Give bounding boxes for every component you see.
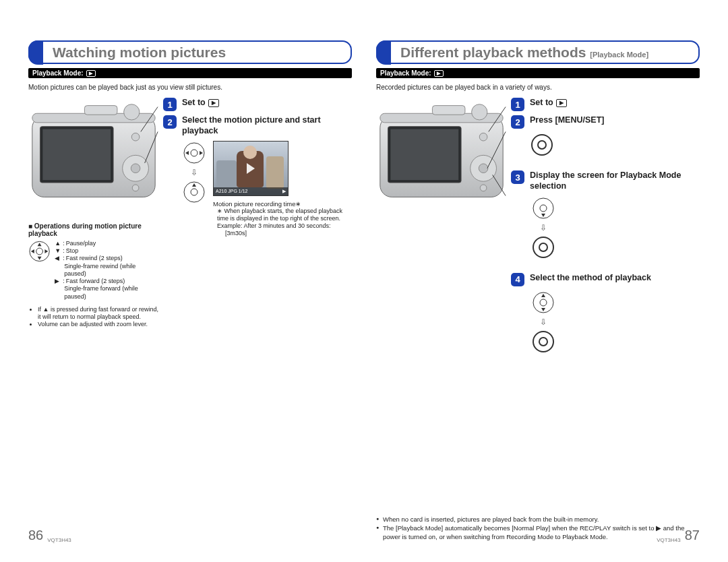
rec-time-label: Motion picture recording time∗	[213, 200, 352, 208]
nav-diagram: ⇩	[530, 196, 557, 259]
svg-point-32	[479, 164, 488, 173]
step-1: 1 Set to ▶	[511, 98, 700, 111]
step-3: 3 Display the screen for Playback Mode s…	[511, 170, 700, 191]
svg-point-43	[533, 237, 553, 257]
steps-column: 1 Set to ▶ 2 Select the motion picture a…	[163, 98, 352, 328]
step-badge-4: 4	[511, 273, 524, 286]
svg-point-34	[480, 185, 487, 191]
arrow-down-icon: ⇩	[540, 317, 547, 327]
page-title: Watching motion pictures	[30, 43, 351, 61]
content-row: ■ Operations during motion picture playb…	[28, 98, 352, 328]
svg-marker-14	[38, 243, 42, 246]
op-up: Pause/play	[66, 240, 96, 247]
mode-label: Playback Mode:	[380, 69, 431, 77]
camera-illustration	[376, 98, 507, 216]
operation-notes: If ▲ is pressed during fast forward or r…	[28, 306, 159, 329]
svg-marker-42	[541, 214, 545, 217]
svg-marker-21	[200, 151, 203, 155]
step-badge-2: 2	[163, 115, 177, 129]
operations-title: ■ Operations during motion picture playb…	[28, 222, 159, 237]
svg-rect-27	[432, 106, 464, 115]
recording-time-note: Motion picture recording time∗ ∗ When pl…	[213, 200, 352, 238]
playback-icon: ▶	[434, 70, 444, 77]
svg-point-50	[539, 338, 547, 346]
intro-text: Recorded pictures can be played back in …	[376, 84, 700, 91]
operations-list: ▲:Pause/play ▼:Stop ◀:Fast rewind (2 ste…	[55, 240, 159, 301]
svg-point-13	[36, 248, 43, 255]
page-title: Different playback methods [Playback Mod…	[377, 43, 698, 61]
op-down: Stop	[66, 247, 79, 255]
svg-point-49	[533, 332, 553, 352]
svg-rect-30	[390, 129, 458, 181]
svg-point-7	[131, 164, 140, 173]
menu-set-button-icon	[531, 330, 555, 354]
nav-diagram: ⇩	[530, 290, 557, 354]
svg-point-46	[540, 299, 547, 306]
step-1: 1 Set to ▶	[163, 98, 352, 111]
camera-column: ■ Operations during motion picture playb…	[28, 98, 159, 328]
svg-point-44	[539, 243, 547, 251]
op-left-2: Single-frame rewind (while paused)	[64, 263, 159, 278]
dpad-down-icon	[531, 196, 555, 220]
svg-point-39	[538, 141, 546, 149]
step-2-body	[530, 133, 700, 157]
svg-point-3	[124, 104, 140, 120]
camera-column	[376, 98, 507, 353]
op-right-1: Fast forward (2 steps)	[66, 278, 125, 285]
step-badge-3: 3	[511, 170, 524, 184]
rec-time-note-1: ∗ When playback starts, the elapsed play…	[217, 208, 352, 223]
svg-marker-20	[185, 151, 189, 155]
note-2: Volume can be adjusted with zoom lever.	[38, 321, 159, 328]
nav-diagram: ⇩	[182, 141, 206, 204]
mode-label: Playback Mode:	[32, 69, 84, 77]
step-4: 4 Select the method of playback	[511, 273, 700, 286]
svg-rect-5	[42, 129, 111, 181]
playback-icon: ▶	[86, 70, 96, 77]
note-1: If ▲ is pressed during fast forward or r…	[38, 306, 159, 321]
svg-point-28	[472, 104, 487, 120]
step-2-text: Select the motion picture and start play…	[182, 115, 352, 136]
svg-marker-17	[44, 249, 48, 253]
page-right: Different playback methods [Playback Mod…	[376, 40, 700, 542]
section-header-right: Different playback methods [Playback Mod…	[376, 40, 700, 64]
footnotes: When no card is inserted, pictures are p…	[376, 503, 700, 542]
svg-rect-2	[84, 106, 117, 115]
svg-point-41	[540, 205, 547, 212]
playback-icon: ▶	[208, 99, 219, 107]
step-badge-1: 1	[511, 98, 524, 111]
camera-illustration	[28, 98, 159, 216]
svg-point-23	[191, 189, 198, 195]
thumb-meta: A210 JPG 1/12	[216, 189, 247, 193]
step-3-text: Display the screen for Playback Mode sel…	[530, 170, 700, 191]
svg-point-33	[479, 133, 487, 142]
header-cap	[28, 40, 43, 65]
step-2-text: Press [MENU/SET]	[530, 115, 604, 126]
step-3-body: ⇩	[530, 196, 700, 259]
doc-id: VQT3H43	[657, 537, 681, 543]
page-spread: Watching motion pictures Playback Mode: …	[0, 0, 728, 562]
op-right-2: Single-frame forward (while paused)	[64, 285, 159, 301]
footnote-2: The [Playback Mode] automatically become…	[376, 524, 700, 541]
svg-point-8	[131, 133, 140, 142]
arrow-down-icon: ⇩	[540, 223, 547, 232]
step-2: 2 Press [MENU/SET]	[511, 115, 700, 129]
svg-point-9	[132, 185, 139, 191]
play-overlay-icon	[247, 163, 255, 174]
menu-set-button-icon	[531, 235, 555, 259]
page-number-right: VQT3H43 87	[657, 528, 700, 543]
playback-icon: ▶	[556, 99, 567, 107]
step-2-body: ⇩	[182, 141, 352, 238]
dpad-icon	[28, 240, 51, 263]
step-1-text: Set to	[530, 98, 553, 108]
title-main: Different playback methods	[400, 44, 586, 60]
step-4-text: Select the method of playback	[530, 273, 651, 284]
rec-time-note-2: Example: After 3 minutes and 30 seconds:	[217, 222, 352, 230]
svg-point-38	[532, 135, 552, 155]
step-2: 2 Select the motion picture and start pl…	[163, 115, 352, 136]
page-number-left: 86 VQT3H43	[28, 528, 71, 543]
svg-point-19	[191, 150, 198, 156]
section-header-left: Watching motion pictures	[28, 40, 352, 64]
header-cap	[376, 40, 391, 65]
svg-marker-48	[541, 308, 545, 311]
thumb-play-icon: ▶	[282, 189, 286, 194]
